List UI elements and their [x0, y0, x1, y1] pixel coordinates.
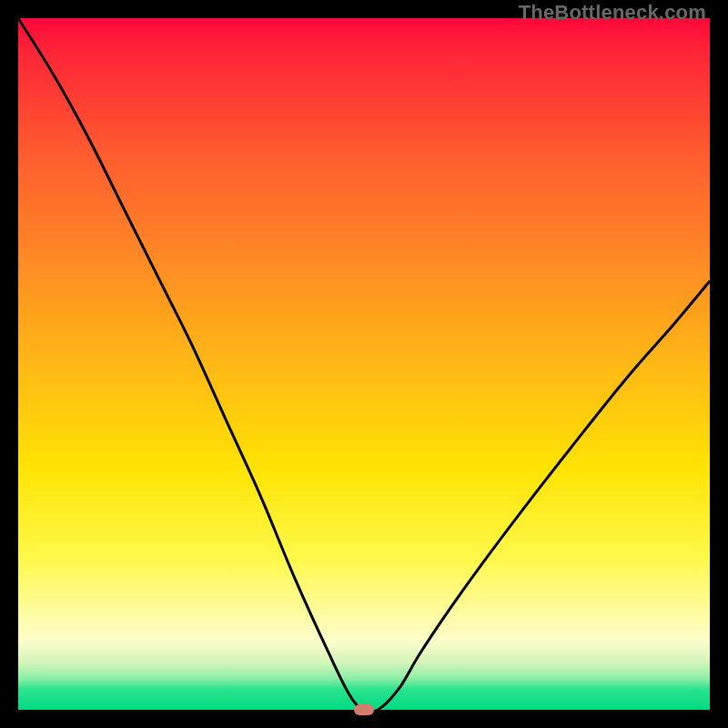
chart-frame: TheBottleneck.com [0, 0, 728, 728]
plot-area [18, 18, 710, 710]
bottleneck-curve [18, 18, 710, 710]
watermark-text: TheBottleneck.com [519, 1, 706, 25]
curve-path [18, 18, 710, 713]
optimum-marker [354, 704, 374, 715]
